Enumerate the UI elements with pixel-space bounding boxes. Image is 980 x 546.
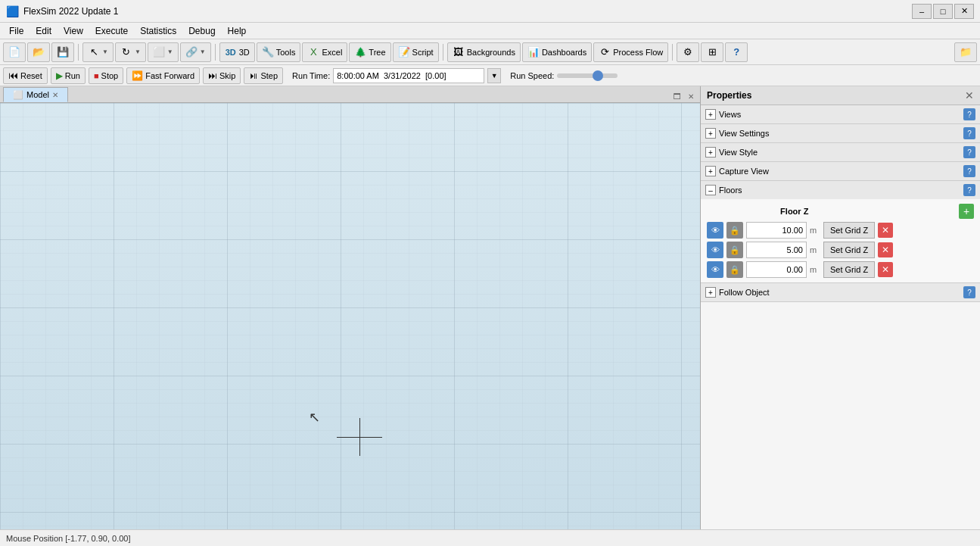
3d-button[interactable]: 3D 3D <box>219 42 255 62</box>
views-section-header[interactable]: + Views ? <box>701 105 980 123</box>
menu-execute[interactable]: Execute <box>89 24 134 38</box>
maximize-button[interactable]: □ <box>933 4 953 19</box>
properties-header: Properties ✕ <box>701 86 980 105</box>
runtime-input[interactable] <box>333 68 484 83</box>
floors-header[interactable]: – Floors ? <box>701 181 980 199</box>
toolbar: 📄 📂 💾 ↖ ▼ ↻ ▼ ⬜ ▼ 🔗 ▼ 3D 3D 🔧 Tools X Ex… <box>0 39 980 65</box>
minimize-button[interactable]: – <box>912 4 932 19</box>
model-tab-icons: 🗖 ✕ <box>671 90 697 102</box>
floor-3-delete-button[interactable]: ✕ <box>878 262 893 277</box>
processflow-button[interactable]: ⟳ Process Flow <box>593 42 668 62</box>
floor-2-set-grid-z-button[interactable]: Set Grid Z <box>823 242 875 258</box>
select-tool-button[interactable]: ↖ ▼ <box>82 42 114 62</box>
excel-button[interactable]: X Excel <box>302 42 347 62</box>
viewport[interactable]: ↖ <box>0 103 700 529</box>
floor-3-value-input[interactable] <box>746 261 807 278</box>
open-folder-button[interactable]: 📁 <box>954 42 977 62</box>
floor-add-button[interactable]: + <box>959 204 974 219</box>
capture-view-help-icon[interactable]: ? <box>963 165 975 177</box>
select-icon: ↖ <box>88 46 100 58</box>
floor-1-lock-button[interactable]: 🔒 <box>726 222 743 239</box>
tree-button[interactable]: 🌲 Tree <box>349 42 390 62</box>
view-settings-header[interactable]: + View Settings ? <box>701 124 980 142</box>
capture-view-expand-icon[interactable]: + <box>705 166 716 176</box>
object-tool-button[interactable]: ⬜ ▼ <box>148 42 179 62</box>
floor-2-value-input[interactable] <box>746 242 807 258</box>
floor-1-set-grid-z-button[interactable]: Set Grid Z <box>823 222 875 239</box>
view-settings-help-icon[interactable]: ? <box>963 127 975 139</box>
help-button[interactable]: ? <box>725 42 748 62</box>
floor-row-3: 👁 🔒 m Set Grid Z ✕ <box>704 260 977 279</box>
floors-help-icon[interactable]: ? <box>963 184 975 196</box>
stop-icon: ■ <box>94 71 99 80</box>
floor-2-eye-button[interactable]: 👁 <box>707 242 723 258</box>
menu-debug[interactable]: Debug <box>182 24 221 38</box>
floor-2-delete-button[interactable]: ✕ <box>878 242 893 257</box>
script-button[interactable]: 📝 Script <box>393 42 439 62</box>
close-button[interactable]: ✕ <box>954 4 974 19</box>
view-style-expand-icon[interactable]: + <box>705 147 716 158</box>
sep2 <box>215 44 216 61</box>
open-button[interactable]: 📂 <box>27 42 50 62</box>
layout-button[interactable]: ⊞ <box>701 42 723 62</box>
connect-dropdown-icon: ▼ <box>200 48 206 55</box>
fastforward-label: Fast Forward <box>145 71 194 80</box>
connect-tool-button[interactable]: 🔗 ▼ <box>180 42 211 62</box>
menu-view[interactable]: View <box>58 24 89 38</box>
dashboards-button[interactable]: 📊 Dashboards <box>522 42 592 62</box>
floor-1-unit-label: m <box>810 226 820 235</box>
capture-view-header[interactable]: + Capture View ? <box>701 162 980 180</box>
step-button[interactable]: ⏯ Step <box>244 67 283 84</box>
excel-label: Excel <box>322 48 342 57</box>
follow-object-label: Follow Object <box>719 288 960 297</box>
floors-content: Floor Z + 👁 🔒 m Set Grid Z ✕ 👁 <box>701 199 980 282</box>
run-label: Run <box>65 71 80 80</box>
step-icon: ⏯ <box>249 70 258 81</box>
floor-1-value-input[interactable] <box>746 222 807 239</box>
view-style-header[interactable]: + View Style ? <box>701 143 980 161</box>
reset-button[interactable]: ⏮ Reset <box>3 67 48 84</box>
follow-object-help-icon[interactable]: ? <box>963 286 975 298</box>
properties-title: Properties <box>707 90 751 101</box>
open-icon: 📂 <box>33 46 45 58</box>
backgrounds-button[interactable]: 🖼 Backgrounds <box>447 42 521 62</box>
speed-slider[interactable] <box>557 73 618 78</box>
rotate-tool-button[interactable]: ↻ ▼ <box>115 42 146 62</box>
runtime-dropdown-button[interactable]: ▼ <box>487 68 501 83</box>
tools-button[interactable]: 🔧 Tools <box>257 42 301 62</box>
properties-close-button[interactable]: ✕ <box>965 89 974 101</box>
tab-float-button[interactable]: 🗖 <box>671 90 683 102</box>
rotate-dropdown-icon: ▼ <box>135 48 141 55</box>
views-expand-icon[interactable]: + <box>705 109 716 120</box>
menu-edit[interactable]: Edit <box>30 24 58 38</box>
view-style-help-icon[interactable]: ? <box>963 146 975 158</box>
save-button[interactable]: 💾 <box>51 42 74 62</box>
fastforward-button[interactable]: ⏩ Fast Forward <box>126 67 200 84</box>
floor-1-eye-button[interactable]: 👁 <box>707 222 723 239</box>
3d-label: 3D <box>239 48 250 57</box>
floors-expand-icon[interactable]: – <box>705 185 716 195</box>
follow-object-header[interactable]: + Follow Object ? <box>701 283 980 301</box>
follow-object-expand-icon[interactable]: + <box>705 287 716 298</box>
views-help-icon[interactable]: ? <box>963 108 975 120</box>
menu-file[interactable]: File <box>3 24 30 38</box>
model-tab-close-button[interactable]: ✕ <box>52 91 58 99</box>
tab-close-button[interactable]: ✕ <box>685 90 697 102</box>
floor-3-lock-button[interactable]: 🔒 <box>726 261 743 278</box>
floor-1-delete-button[interactable]: ✕ <box>878 223 893 238</box>
settings-button[interactable]: ⚙ <box>677 42 699 62</box>
select-dropdown-icon: ▼ <box>102 48 108 55</box>
floor-3-set-grid-z-button[interactable]: Set Grid Z <box>823 261 875 278</box>
menu-statistics[interactable]: Statistics <box>134 24 182 38</box>
new-button[interactable]: 📄 <box>3 42 26 62</box>
floor-3-eye-button[interactable]: 👁 <box>707 261 723 278</box>
view-settings-expand-icon[interactable]: + <box>705 128 716 139</box>
title-bar-left: 🟦 FlexSim 2022 Update 1 <box>6 5 118 17</box>
menu-help[interactable]: Help <box>222 24 253 38</box>
model-tab[interactable]: ⬜ Model ✕ <box>3 87 68 102</box>
floor-2-lock-button[interactable]: 🔒 <box>726 242 743 258</box>
skip-button[interactable]: ⏭ Skip <box>203 67 241 84</box>
run-button[interactable]: ▶ Run <box>51 67 86 84</box>
stop-button[interactable]: ■ Stop <box>89 67 123 84</box>
backgrounds-label: Backgrounds <box>467 48 515 57</box>
